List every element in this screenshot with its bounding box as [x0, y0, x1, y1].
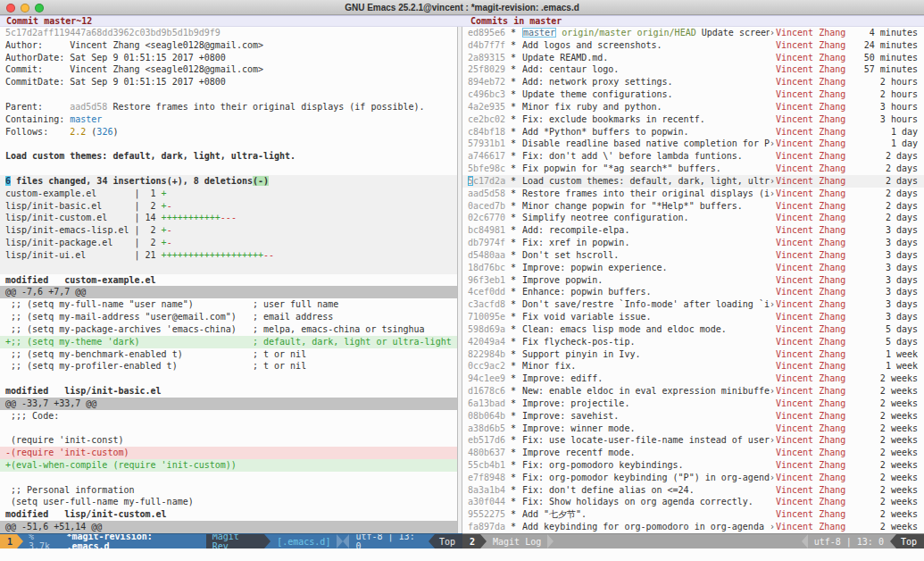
buffer-line[interactable]: modified custom-example.el	[0, 274, 457, 287]
commit-row[interactable]: 5bfe98c*Fix popwin for "*ag search*" buf…	[462, 163, 924, 175]
echo-area[interactable]	[0, 548, 924, 560]
commit-subject: Add keybinding for org-pomodoro in org-a…	[522, 521, 770, 533]
commit-row[interactable]: 25f8029*Add: centaur logo.Vincent Zhang5…	[462, 63, 924, 76]
commit-row[interactable]: aad5d58*Restore frames into their origin…	[462, 188, 924, 200]
revision-buffer[interactable]: 5c17d2aff119447a68dd3962c03bd9b5d1b9d9f9…	[0, 27, 457, 533]
buffer-line[interactable]	[0, 88, 457, 101]
buffer-line[interactable]: ;;; Code:	[0, 410, 457, 423]
buffer-line[interactable]: @@ -33,7 +33,7 @@	[0, 398, 457, 410]
buffer-line[interactable]	[0, 423, 457, 435]
buffer-line[interactable]: lisp/init-package.el | 2 +-	[0, 237, 457, 249]
commit-row[interactable]: 08b064b*Improve: savehist.Vincent Zhang2…	[462, 410, 924, 423]
buffer-line[interactable]: @@ -51,6 +51,14 @@	[0, 521, 457, 533]
buffer-line[interactable]: ;; (setq my-benchmark-enabled t) ; t or …	[0, 348, 457, 361]
commit-row[interactable]: d1678c6*New: enable eldoc in eval expres…	[462, 385, 924, 398]
buffer-line[interactable]: (require 'init-const)	[0, 434, 457, 447]
buffer-line[interactable]: (setq user-full-name my-full-name)	[0, 496, 457, 508]
buffer-line[interactable]: Parent: aad5d58 Restore frames into thei…	[0, 101, 457, 113]
commit-row[interactable]: 5c17d2a*Load custom themes: default, dar…	[462, 175, 924, 188]
commit-row[interactable]: 57931b1*Disable readline based native co…	[462, 138, 924, 150]
buffer-line[interactable]: lisp/init-custom.el | 14 +++++++++++---	[0, 212, 457, 224]
commit-row[interactable]: a38d6b5*Improve: winner mode.Vincent Zha…	[462, 423, 924, 435]
commit-row[interactable]: e7f8948*Fix: org-pomodor keybinding ("P"…	[462, 472, 924, 484]
commit-row[interactable]: 55cb4b1*Fix: org-pomodoro keybindings.Vi…	[462, 459, 924, 472]
commit-row[interactable]: 8a3a1b4*Fix: don't define alias on <=24.…	[462, 484, 924, 497]
commit-row[interactable]: 710095e*Fix void variable issue.Vincent …	[462, 311, 924, 323]
commit-row[interactable]: 18d76bc*Improve: popwin experience.Vince…	[462, 262, 924, 274]
commit-row[interactable]: 598d69a*Clean: emacs lisp mode and eldoc…	[462, 323, 924, 336]
commit-row[interactable]: 4a2e935*Minor fix ruby and python.Vincen…	[462, 101, 924, 113]
buffer-line[interactable]: ;; (setq my-profiler-enabled t) ; t or n…	[0, 360, 457, 373]
commit-row[interactable]: 4cef0dd*Enhance: popwin buffers.Vincent …	[462, 286, 924, 298]
minimize-button[interactable]	[21, 4, 29, 13]
buffer-line[interactable]: lisp/init-emacs-lisp.el | 2 +-	[0, 224, 457, 237]
commit-row[interactable]: 822984b*Support pinyin in Ivy.Vincent Zh…	[462, 348, 924, 361]
buffer-line[interactable]: lisp/init-ui.el | 21 +++++++++++++++++++…	[0, 249, 457, 262]
commit-row[interactable]: c3acfd8*Don't save/restre `Info-mode' af…	[462, 298, 924, 311]
buffer-line[interactable]: Containing: master	[0, 113, 457, 126]
commit-row[interactable]: 0aced7b*Minor change popwin for "*Help*"…	[462, 200, 924, 213]
powerline-separator-icon	[480, 534, 487, 548]
commit-row[interactable]: 96f3eb1*Improve popwin.Vincent Zhang3 da…	[462, 274, 924, 287]
zoom-button[interactable]	[35, 4, 44, 13]
buffer-line[interactable]: Follows: 2.2 (326)	[0, 126, 457, 138]
branch-label-remote[interactable]: origin/HEAD	[637, 28, 695, 38]
commit-row[interactable]: bc84981*Add: recompile-elpa.Vincent Zhan…	[462, 224, 924, 237]
buffer-line[interactable]: Author: Vincent Zhang <seagle0128@gmail.…	[0, 39, 457, 52]
commit-row[interactable]: d5480aa*Don't set hscroll.Vincent Zhang3…	[462, 249, 924, 262]
commit-row[interactable]: 0cc9ac2*Minor fix.Vincent Zhang1 week	[462, 360, 924, 373]
buffer-line[interactable]: lisp/init-basic.el | 2 +-	[0, 200, 457, 213]
buffer-line[interactable]	[0, 472, 457, 484]
buffer-line[interactable]	[0, 262, 457, 274]
buffer-line[interactable]: ;; Personal information	[0, 484, 457, 497]
log-buffer[interactable]: ed895e6*master origin/master origin/HEAD…	[462, 27, 924, 533]
major-mode-label[interactable]: Magit Log	[487, 534, 547, 548]
commit-row[interactable]: c496bc3*Update theme configurations.Vinc…	[462, 88, 924, 101]
buffer-line[interactable]: Load custom themes: default, dark, light…	[0, 150, 457, 163]
commit-row[interactable]: 2a89315*Update REAMD.md.Vincent Zhang50 …	[462, 52, 924, 64]
buffer-line[interactable]: ;; (setq my-mail-address "user@email.com…	[0, 311, 457, 323]
close-button[interactable]	[6, 4, 15, 13]
branch-label-current[interactable]: master	[522, 28, 556, 38]
commit-row[interactable]: db7974f*Fix: xref in popwin.Vincent Zhan…	[462, 237, 924, 249]
major-mode-label[interactable]: Magit Rev	[206, 534, 265, 548]
buffer-line[interactable]: +;; (setq my-theme 'dark) ; default, dar…	[0, 336, 457, 348]
buffer-line[interactable]: modified lisp/init-custom.el	[0, 508, 457, 521]
buffer-name-label[interactable]: *magit-revision: .emacs.d	[66, 534, 194, 548]
buffer-line[interactable]	[0, 138, 457, 150]
buffer-line[interactable]: modified lisp/init-basic.el	[0, 385, 457, 398]
buffer-line[interactable]: ;; (setq my-full-name "user name") ; use…	[0, 298, 457, 311]
commit-row[interactable]: fa897da*Add keybinding for org-pomodoro …	[462, 521, 924, 533]
buffer-line[interactable]: 5c17d2aff119447a68dd3962c03bd9b5d1b9d9f9	[0, 27, 457, 39]
commit-row[interactable]: 02c6770*Simplify neotree configuration.V…	[462, 212, 924, 224]
buffer-line[interactable]: ;; (setq my-package-archives 'emacs-chin…	[0, 323, 457, 336]
commit-row[interactable]: 42049a4*Fix flycheck-pos-tip.Vincent Zha…	[462, 336, 924, 348]
commit-row[interactable]: c84bf18*Add *Python* buffers to popwin.V…	[462, 126, 924, 138]
buffer-line[interactable]: -(require 'init-custom)	[0, 447, 457, 459]
commit-row[interactable]: 9552275*Add "七夕节".Vincent Zhang2 weeks	[462, 508, 924, 521]
project-label[interactable]: [.emacs.d]	[271, 534, 337, 548]
commit-row[interactable]: 6a13bad*Improve: projectile.Vincent Zhan…	[462, 398, 924, 410]
buffer-line[interactable]: 6 files changed, 34 insertions(+), 8 del…	[0, 175, 457, 188]
buffer-line[interactable]: Commit: Vincent Zhang <seagle0128@gmail.…	[0, 63, 457, 76]
commit-row[interactable]: ed895e6*master origin/master origin/HEAD…	[462, 27, 924, 39]
buffer-line[interactable]: AuthorDate: Sat Sep 9 01:51:15 2017 +080…	[0, 52, 457, 64]
buffer-line[interactable]: CommitDate: Sat Sep 9 01:51:15 2017 +080…	[0, 76, 457, 88]
commit-row[interactable]: eb517d6*Fix: use locate-user-file-name i…	[462, 434, 924, 447]
commit-time: 24 minutes	[849, 39, 924, 52]
buffer-line[interactable]	[0, 373, 457, 385]
commit-row[interactable]: a746617*Fix: don't add \' before lambda …	[462, 150, 924, 163]
buffer-line[interactable]: custom-example.el | 1 +	[0, 188, 457, 200]
buffer-line[interactable]: +(eval-when-compile (require 'init-custo…	[0, 459, 457, 472]
commit-row[interactable]: 480b637*Improve recentf mode.Vincent Zha…	[462, 447, 924, 459]
modeline-log[interactable]: 2 Magit Log utf-8 | 13: 0 Top	[462, 533, 924, 548]
buffer-line[interactable]: @@ -7,6 +7,7 @@	[0, 286, 457, 298]
buffer-line[interactable]	[0, 163, 457, 175]
commit-row[interactable]: 894eb72*Add: network proxy settings.Vinc…	[462, 76, 924, 88]
branch-label-remote[interactable]: origin/master	[562, 28, 631, 38]
commit-row[interactable]: ce2bc02*Fix: exclude bookmarks in recent…	[462, 113, 924, 126]
commit-row[interactable]: 94c1ee9*Improve: ediff.Vincent Zhang2 we…	[462, 373, 924, 385]
modeline-revision[interactable]: 1 % 3.7k *magit-revision: .emacs.d Magit…	[0, 533, 462, 548]
commit-row[interactable]: d4b7f7f*Add logos and screenshots.Vincen…	[462, 39, 924, 52]
commit-row[interactable]: a30f044*Fix: Show holidays on org agenda…	[462, 496, 924, 508]
